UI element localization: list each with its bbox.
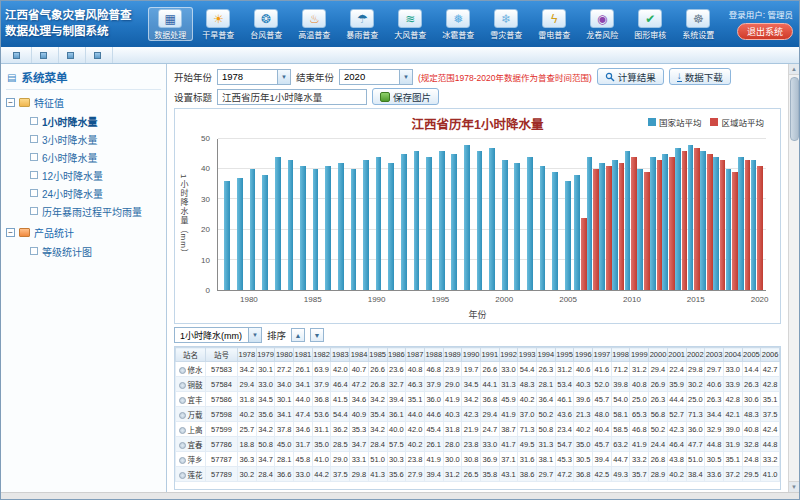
checkbox-icon[interactable]	[30, 207, 38, 215]
vertical-scrollbar[interactable]: ▲ ▼	[788, 64, 799, 492]
value-cell: 58.1	[611, 407, 630, 422]
value-cell: 33.0	[256, 377, 275, 392]
tree-group-header[interactable]: −产品统计	[6, 223, 161, 242]
scrollbar-thumb[interactable]	[790, 77, 799, 141]
value-cell: 47.4	[294, 407, 313, 422]
bar-group-2001	[511, 139, 524, 290]
toolbar-item-data-processing[interactable]: ▦数据处理	[148, 7, 193, 41]
tree-group-header[interactable]: −特征值	[6, 93, 161, 112]
toolbar-item-lightning-survey[interactable]: ϟ雷电普查	[532, 7, 577, 41]
data-download-button[interactable]: ↓ 数据下载	[669, 68, 731, 85]
value-cell: 26.3	[742, 377, 761, 392]
toolbar-item-graphic-review[interactable]: ✔图形审核	[628, 7, 673, 41]
toolbar-item-snow-survey[interactable]: ❄雪灾普查	[484, 7, 529, 41]
value-cell: 31.2	[555, 362, 574, 377]
logout-button[interactable]: 退出系统	[737, 23, 793, 40]
station-icon[interactable]	[179, 397, 186, 404]
data-download-label: 数据下载	[685, 70, 723, 84]
toolbar-item-hail-survey[interactable]: ❅冰雹普查	[436, 7, 481, 41]
sidebar-item[interactable]: 历年暴雨过程平均雨量	[30, 202, 161, 220]
sort-asc-button[interactable]: ▲	[291, 328, 305, 342]
tab-feature-value[interactable]	[59, 47, 86, 63]
toolbar-item-gale-survey[interactable]: ≋大风普查	[388, 7, 433, 41]
bar-1993-series0	[414, 151, 420, 290]
value-cell: 41.9	[443, 392, 462, 407]
table-row[interactable]: 宜春5778618.850.845.031.735.028.534.728.45…	[176, 437, 780, 452]
bar-1983-series0	[288, 160, 294, 290]
y-tick-label: 20	[201, 225, 210, 234]
end-year-select[interactable]: 2020 ▼	[339, 69, 413, 85]
toolbar-item-tornado-risk[interactable]: ◉龙卷风险	[580, 7, 625, 41]
data-table-wrap: 站名站号197819791980198119821983198419851986…	[174, 346, 781, 490]
chart-title-input[interactable]	[217, 89, 367, 105]
bar-2000-series0	[502, 160, 508, 290]
table-row[interactable]: 修水5758334.230.127.226.163.942.040.726.62…	[176, 362, 780, 377]
station-icon[interactable]	[179, 472, 186, 479]
sidebar-item[interactable]: 等级统计图	[30, 242, 161, 260]
table-row[interactable]: 上高5759925.734.237.834.631.136.235.334.24…	[176, 422, 780, 437]
checkbox-icon[interactable]	[30, 117, 38, 125]
sidebar-item[interactable]: 1小时降水量	[30, 112, 161, 130]
tab-duty-review[interactable]	[32, 47, 59, 63]
metric-select[interactable]: 1小时降水(mm) ▼	[174, 327, 262, 343]
toolbar-item-system-settings[interactable]: ☸系统设置	[676, 7, 721, 41]
table-row[interactable]: 莲花5778930.228.436.633.044.237.529.841.33…	[176, 467, 780, 482]
toolbar-item-high-temp-survey[interactable]: ♨高温普查	[292, 7, 337, 41]
table-row[interactable]: 铜鼓5758429.433.034.034.137.946.447.226.83…	[176, 377, 780, 392]
checkbox-icon[interactable]	[30, 135, 38, 143]
scroll-down-icon[interactable]: ▼	[789, 481, 799, 492]
value-cell: 32.8	[742, 437, 761, 452]
bar-2009-series0	[612, 160, 618, 290]
checkbox-icon[interactable]	[30, 153, 38, 161]
table-row[interactable]: 万载5759840.235.634.147.453.654.440.935.43…	[176, 407, 780, 422]
value-cell: 33.1	[350, 452, 369, 467]
legend-label: 国家站平均	[659, 116, 702, 128]
station-icon[interactable]	[179, 457, 186, 464]
start-year-select[interactable]: 1978 ▼	[217, 69, 291, 85]
checkbox-icon[interactable]	[30, 247, 38, 255]
toolbar-item-drought-survey[interactable]: ☀干旱普查	[196, 7, 241, 41]
sidebar-item[interactable]: 24小时降水量	[30, 184, 161, 202]
station-icon[interactable]	[179, 382, 186, 389]
y-tick-label: 40	[201, 164, 210, 173]
station-icon[interactable]	[179, 427, 186, 434]
sidebar-item[interactable]: 3小时降水量	[30, 130, 161, 148]
scroll-up-icon[interactable]: ▲	[789, 64, 799, 75]
table-row[interactable]: 宜丰5758631.834.530.144.036.841.534.634.23…	[176, 392, 780, 407]
station-icon[interactable]	[179, 412, 186, 419]
value-cell: 42.0	[406, 422, 425, 437]
toolbar-item-rainstorm-survey[interactable]: ☂暴雨普查	[340, 7, 385, 41]
table-row[interactable]: 萍乡5778736.334.728.145.841.029.033.151.03…	[176, 452, 780, 467]
bar-2006-series0	[574, 175, 580, 290]
sidebar-item[interactable]: 12小时降水量	[30, 166, 161, 184]
toolbar-item-typhoon-survey[interactable]: ❂台风普查	[244, 7, 289, 41]
value-cell: 19.7	[462, 362, 481, 377]
calc-result-button[interactable]: 计算结果	[597, 68, 664, 85]
bar-2014-series1	[682, 151, 688, 290]
station-icon[interactable]	[179, 367, 186, 374]
bar-2010-series1	[631, 157, 637, 290]
sidebar-item[interactable]: 6小时降水量	[30, 148, 161, 166]
value-cell: 31.3	[499, 377, 518, 392]
tab-history-1h-precip[interactable]	[86, 47, 113, 63]
checkbox-icon[interactable]	[30, 171, 38, 179]
value-cell: 28.4	[256, 467, 275, 482]
save-image-button[interactable]: 保存图片	[372, 88, 439, 105]
value-cell: 34.7	[350, 437, 369, 452]
value-cell: 46.8	[630, 422, 649, 437]
value-cell: 52.7	[667, 407, 686, 422]
table-controls: 1小时降水(mm) ▼ 排序 ▲ ▼	[174, 327, 781, 343]
collapse-icon[interactable]: −	[6, 228, 15, 237]
tab-grid-edit[interactable]	[5, 47, 32, 63]
value-cell: 30.5	[574, 452, 593, 467]
sort-desc-button[interactable]: ▼	[310, 328, 324, 342]
checkbox-icon[interactable]	[30, 189, 38, 197]
value-cell: 30.1	[275, 392, 294, 407]
collapse-icon[interactable]: −	[6, 98, 15, 107]
bar-1980-series0	[250, 169, 256, 290]
station-id-cell: 57586	[206, 392, 238, 407]
value-cell: 41.5	[331, 392, 350, 407]
value-cell: 46.4	[667, 437, 686, 452]
station-icon[interactable]	[179, 442, 186, 449]
sidebar-item-label: 历年暴雨过程平均雨量	[42, 204, 142, 219]
